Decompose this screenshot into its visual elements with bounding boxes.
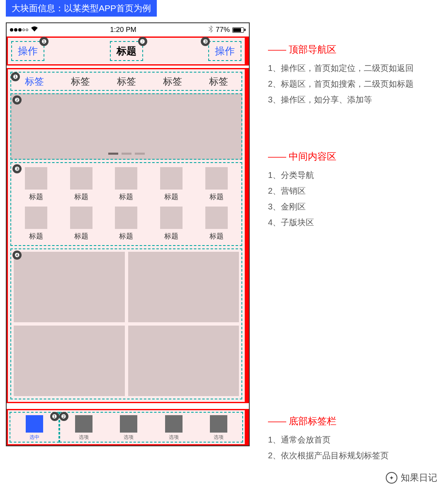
tab-item[interactable]: 标签 xyxy=(209,75,228,88)
grid-icon xyxy=(205,207,228,229)
grid-icon xyxy=(25,207,47,229)
icon-grid-item[interactable]: 标题 xyxy=(25,167,47,202)
carousel-indicator xyxy=(108,153,145,155)
tab-item[interactable]: 标签 xyxy=(25,75,44,88)
grid-label: 标题 xyxy=(209,192,224,202)
annotation-top: —— 顶部导航区 1、操作区，首页如定位，二级页如返回 2、标题区，首页如搜索，… xyxy=(268,43,434,107)
clock: 1:20 PM xyxy=(110,26,136,34)
grid-label: 标题 xyxy=(29,192,43,202)
grid-icon xyxy=(160,167,183,190)
bluetooth-icon xyxy=(208,25,213,35)
icon-grid-item[interactable]: 标题 xyxy=(205,167,228,202)
annotation-bottom: —— 底部标签栏 1、通常会放首页 2、依次根据产品目标规划标签页 xyxy=(268,415,434,463)
tabbar-item[interactable]: 选项 xyxy=(75,415,93,441)
battery-icon xyxy=(232,27,246,33)
tabbar-selected[interactable]: ❶ 选中 xyxy=(10,412,59,443)
icon-grid-item[interactable]: 标题 xyxy=(160,167,183,202)
tabbar-item[interactable]: 选项 xyxy=(165,415,183,441)
carousel[interactable]: ❷ xyxy=(10,93,242,160)
anno-item: 2、标题区，首页如搜索，二级页如标题 xyxy=(268,76,434,92)
grid-label: 标题 xyxy=(209,231,224,241)
page-banner: 大块面信息：以某类型APP首页为例 xyxy=(6,0,157,17)
icon-grid-item[interactable]: 标题 xyxy=(70,167,93,202)
sub-block-region: ❹ xyxy=(10,248,242,399)
tab-item[interactable]: 标签 xyxy=(163,75,182,88)
grid-label: 标题 xyxy=(164,231,178,241)
wechat-icon: ✦ xyxy=(386,472,397,484)
grid-icon xyxy=(115,207,137,229)
category-tabs: ❶ 标签 标签 标签 标签 标签 xyxy=(10,72,242,91)
status-bar: 1:20 PM 77% xyxy=(7,23,249,36)
nav-right-action[interactable]: ❸ 操作 xyxy=(208,41,241,61)
battery-percent: 77% xyxy=(216,26,230,34)
tab-item[interactable]: 标签 xyxy=(117,75,136,88)
icon-grid-region: ❸ 标题标题标题标题标题 标题标题标题标题标题 xyxy=(10,162,242,246)
bottom-tabbar-region: ❶ 选中 ❷ 选项 选项 选项 选项 xyxy=(7,409,249,445)
anno-item: 3、金刚区 xyxy=(268,199,434,214)
nav-left-label: 操作 xyxy=(18,45,38,56)
content-card[interactable] xyxy=(14,252,125,322)
tab-item[interactable]: 标签 xyxy=(71,75,90,88)
anno-item: 2、营销区 xyxy=(268,183,434,199)
icon-grid-item[interactable]: 标题 xyxy=(115,167,137,202)
icon-grid-item[interactable]: 标题 xyxy=(160,207,183,241)
watermark: ✦ 知果日记 xyxy=(386,472,437,484)
grid-label: 标题 xyxy=(119,192,133,202)
icon-grid-item[interactable]: 标题 xyxy=(25,207,47,241)
grid-label: 标题 xyxy=(164,192,178,202)
tabbar-options: ❷ 选项 选项 选项 选项 xyxy=(59,412,243,443)
grid-label: 标题 xyxy=(119,231,133,241)
grid-icon xyxy=(205,167,228,190)
anno-item: 1、分类导航 xyxy=(268,167,434,183)
tab-icon xyxy=(26,415,43,433)
phone-mock: 1:20 PM 77% ❶ 操作 ❷ 标题 xyxy=(6,22,250,446)
grid-icon xyxy=(25,167,47,190)
grid-label: 标题 xyxy=(74,192,88,202)
content-card[interactable] xyxy=(14,326,125,396)
nav-title: ❷ 标题 xyxy=(110,41,143,61)
icon-grid-item[interactable]: 标题 xyxy=(70,207,93,241)
content-card[interactable] xyxy=(128,252,239,322)
mid-content-region: ❶ 标签 标签 标签 标签 标签 ❷ ❸ 标题标题标题标题标题 标题标题标题标题… xyxy=(7,68,249,403)
tab-label: 选中 xyxy=(29,434,39,441)
icon-grid-item[interactable]: 标题 xyxy=(205,207,228,241)
icon-grid-item[interactable]: 标题 xyxy=(115,207,137,241)
grid-label: 标题 xyxy=(29,231,43,241)
tabbar-item[interactable]: 选项 xyxy=(120,415,137,441)
wifi-icon xyxy=(31,26,38,34)
grid-icon xyxy=(70,167,93,190)
top-nav-region: ❶ 操作 ❷ 标题 ❸ 操作 xyxy=(7,36,249,66)
grid-icon xyxy=(115,167,137,190)
nav-left-action[interactable]: ❶ 操作 xyxy=(11,41,44,61)
grid-icon xyxy=(70,207,93,229)
tabbar-item[interactable]: 选项 xyxy=(210,415,227,441)
grid-icon xyxy=(160,207,183,229)
anno-item: 3、操作区，如分享、添加等 xyxy=(268,92,434,107)
content-card[interactable] xyxy=(128,326,239,396)
nav-title-label: 标题 xyxy=(117,45,136,56)
anno-item: 4、子版块区 xyxy=(268,214,434,230)
anno-item: 1、操作区，首页如定位，二级页如返回 xyxy=(268,60,434,76)
annotation-mid: —— 中间内容区 1、分类导航 2、营销区 3、金刚区 4、子版块区 xyxy=(268,150,434,230)
anno-item: 2、依次根据产品目标规划标签页 xyxy=(268,448,434,463)
grid-label: 标题 xyxy=(74,231,88,241)
nav-right-label: 操作 xyxy=(215,45,235,56)
signal-dots-icon xyxy=(10,28,28,32)
anno-item: 1、通常会放首页 xyxy=(268,432,434,448)
